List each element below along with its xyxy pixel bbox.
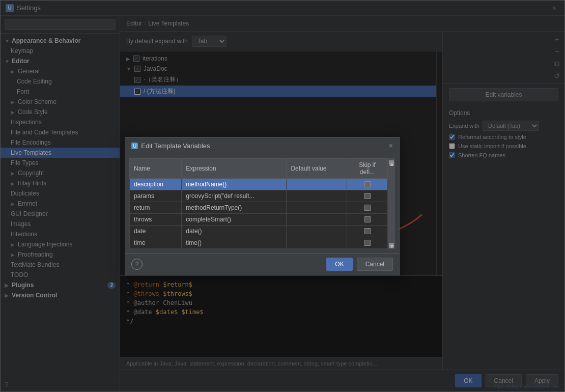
var-default [287,237,347,249]
dialog-body: Name Expression Default value Skip if de… [125,154,399,253]
var-skip[interactable] [347,179,388,190]
dialog-title-bar: U Edit Template Variables × [125,137,399,154]
skip-checkbox[interactable] [364,193,371,199]
col-default-value: Default value [287,159,347,179]
var-expression: methodReturnType() [182,202,287,214]
table-row[interactable]: return methodReturnType() [130,202,388,214]
var-name: params [130,190,182,202]
variables-table: Name Expression Default value Skip if de… [129,158,388,249]
dialog-icon: U [131,143,138,149]
skip-checkbox[interactable] [364,240,371,246]
dialog-title-text: Edit Template Variables [141,142,210,150]
col-skip: Skip if defi... [347,159,388,179]
var-skip[interactable] [347,214,388,226]
table-row[interactable]: date date() [130,226,388,237]
table-row[interactable]: time time() [130,237,388,249]
var-skip[interactable] [347,226,388,237]
scroll-thumb-down[interactable]: ▼ [389,243,394,248]
var-expression: date() [182,226,287,237]
var-default [287,179,347,190]
table-row[interactable]: description methodName() [130,179,388,190]
var-name: description [130,179,182,190]
var-skip[interactable] [347,190,388,202]
var-name: return [130,202,182,214]
scroll-thumb-up[interactable]: ▲ [389,160,394,165]
var-expression: methodName() [182,179,287,190]
dialog-footer: ? OK Cancel [125,253,399,275]
col-name: Name [130,159,182,179]
var-expression: completeSmart() [182,214,287,226]
var-expression: time() [182,237,287,249]
dialog-cancel-button[interactable]: Cancel [357,258,393,271]
var-default [287,226,347,237]
var-name: date [130,226,182,237]
dialog-title: U Edit Template Variables [131,142,210,150]
dialog-help-button[interactable]: ? [131,259,143,270]
skip-checkbox[interactable] [364,216,371,222]
dialog-close-button[interactable]: × [389,142,393,150]
skip-checkbox[interactable] [364,228,371,234]
table-row[interactable]: params groovyScript("def result... [130,190,388,202]
table-row[interactable]: throws completeSmart() [130,214,388,226]
var-skip[interactable] [347,237,388,249]
dialog-ok-button[interactable]: OK [326,258,352,271]
var-skip[interactable] [347,202,388,214]
dialog-overlay: U Edit Template Variables × Name Express… [1,1,564,391]
var-name: throws [130,214,182,226]
col-expression: Expression [182,159,287,179]
var-default [287,190,347,202]
skip-checkbox[interactable] [364,181,371,187]
var-default [287,202,347,214]
edit-template-variables-dialog: U Edit Template Variables × Name Express… [125,137,400,275]
var-default [287,214,347,226]
var-expression: groovyScript("def result... [182,190,287,202]
skip-checkbox[interactable] [364,205,371,211]
dialog-action-buttons: OK Cancel [326,258,393,271]
var-name: time [130,237,182,249]
